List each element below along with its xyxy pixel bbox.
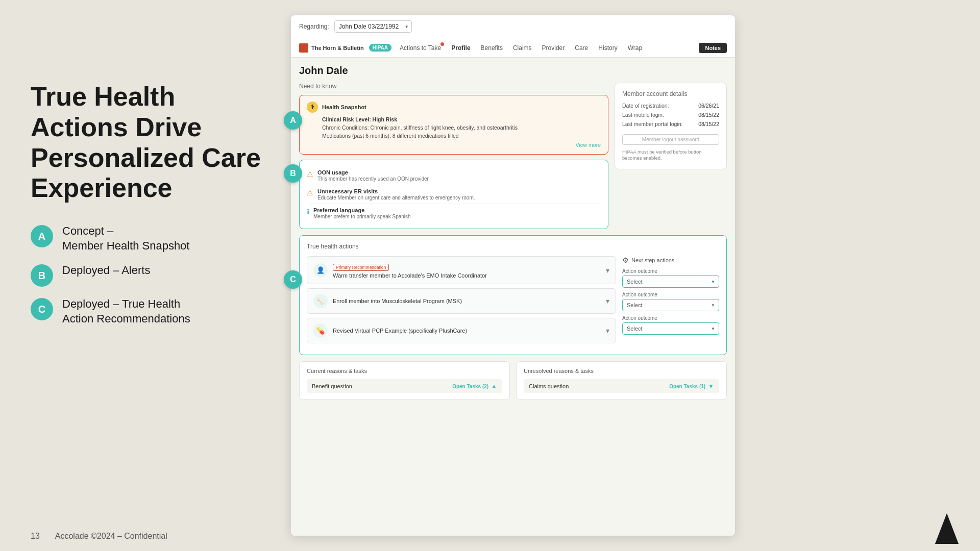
action-row-2: 🦴 Enroll member into Musculoskeletal Pro…: [307, 288, 616, 314]
primary-rec-badge: Primary Recommendation: [333, 264, 389, 271]
concept-text-c: Deployed – True HealthAction Recommendat…: [62, 297, 190, 326]
mobile-value: 08/15/22: [698, 112, 719, 118]
outcome-group-1: Action outcome Select: [622, 268, 719, 288]
mobile-label: Last mobile login:: [622, 112, 664, 118]
tha-actions: 👤 Primary Recommendation Warm transfer m…: [307, 256, 616, 347]
warning-icon-er: ⚠: [307, 189, 313, 197]
outcome-select-1[interactable]: Select: [622, 276, 719, 288]
alert-er-desc: Educate Member on urgent care and altern…: [317, 195, 475, 201]
task-row-benefit: Benefit question Open Tasks (2) ▲: [307, 379, 502, 393]
nav-actions-to-take[interactable]: Actions to Take: [395, 38, 446, 57]
warning-icon-oon: ⚠: [307, 170, 313, 178]
tha-sidebar: ⚙ Next step actions Action outcome Selec…: [622, 256, 719, 347]
task-claims-badge[interactable]: Open Tasks (1) ▼: [669, 383, 714, 390]
alert-oon-title: OON usage: [317, 169, 429, 176]
nav-care[interactable]: Care: [570, 38, 593, 57]
action-content-1: Primary Recommendation Warm transfer mem…: [333, 262, 601, 279]
view-more-link[interactable]: View more: [307, 142, 601, 148]
concept-item-a: A Concept –Member Health Snapshot: [31, 224, 276, 253]
actions-dot: [440, 42, 444, 46]
action-chevron-2[interactable]: ▾: [606, 297, 609, 305]
alert-er-content: Unnecessary ER visits Educate Member on …: [317, 188, 475, 201]
outcome-label-3: Action outcome: [622, 315, 719, 321]
main-content: John Dale Need to know ⚕ Health Snapshot…: [291, 58, 735, 536]
concept-list: A Concept –Member Health Snapshot B Depl…: [31, 224, 276, 326]
unresolved-tasks-card: Unresolved reasons & tasks Claims questi…: [516, 361, 727, 400]
annotation-badge-a: A: [284, 111, 302, 130]
nav-provider[interactable]: Provider: [537, 38, 570, 57]
task-claims-chevron[interactable]: ▼: [708, 383, 714, 390]
main-column: Need to know ⚕ Health Snapshot Clinical …: [299, 83, 608, 229]
current-tasks-card: Current reasons & tasks Benefit question…: [299, 361, 510, 400]
snapshot-title: Health Snapshot: [322, 104, 366, 110]
alert-lang: ℹ Preferred language Member prefers to p…: [307, 204, 601, 222]
action-title-3: Revised Virtual PCP Example (specificall…: [333, 328, 601, 334]
outcome-select-wrapper-3[interactable]: Select: [622, 322, 719, 335]
action-chevron-1[interactable]: ▾: [606, 266, 609, 274]
account-row-portal: Last member portal login: 08/15/22: [622, 121, 719, 127]
next-step-title: ⚙ Next step actions: [622, 256, 719, 264]
annotation-badge-c: C: [284, 270, 302, 289]
action-title-1: Warm transfer member to Accolade's EMO I…: [333, 272, 601, 279]
task-benefit-badge[interactable]: Open Tasks (2) ▲: [452, 383, 497, 390]
task-claims-label: Claims question: [529, 383, 569, 389]
hipaa-badge[interactable]: HIPAA: [369, 44, 391, 52]
top-bar: Regarding: John Dale 03/22/1992: [291, 15, 735, 38]
action-row-3: 💊 Revised Virtual PCP Example (specifica…: [307, 318, 616, 343]
concept-text-a: Concept –Member Health Snapshot: [62, 224, 189, 253]
outcome-group-2: Action outcome Select: [622, 292, 719, 311]
nav-claims[interactable]: Claims: [508, 38, 537, 57]
outcome-select-3[interactable]: Select: [622, 322, 719, 335]
member-select[interactable]: John Dale 03/22/1992: [334, 20, 412, 33]
nav-benefits[interactable]: Benefits: [476, 38, 508, 57]
svg-marker-0: [935, 513, 959, 544]
member-select-wrapper[interactable]: John Dale 03/22/1992: [334, 20, 412, 33]
member-name-heading: John Dale: [299, 65, 727, 77]
footer-text: Accolade ©2024 – Confidential: [55, 532, 167, 541]
member-logout-button: Member logout password: [622, 134, 719, 145]
reg-value: 06/26/21: [698, 103, 719, 109]
outcome-group-3: Action outcome Select: [622, 315, 719, 335]
notes-button[interactable]: Notes: [699, 43, 727, 53]
action-content-3: Revised Virtual PCP Example (specificall…: [333, 328, 601, 334]
concept-badge-b: B: [31, 264, 53, 287]
alert-lang-desc: Member prefers to primarily speak Spanis…: [313, 214, 411, 219]
side-column: Member account details Date of registrat…: [615, 83, 727, 229]
tha-inner: 👤 Primary Recommendation Warm transfer m…: [307, 256, 719, 347]
nav-history[interactable]: History: [593, 38, 622, 57]
outcome-select-wrapper-2[interactable]: Select: [622, 299, 719, 311]
alerts-card: ⚠ OON usage This member has recently use…: [299, 160, 608, 229]
next-step-icon: ⚙: [622, 256, 629, 264]
outcome-select-wrapper-1[interactable]: Select: [622, 276, 719, 288]
alert-lang-title: Preferred language: [313, 207, 411, 213]
regarding-label: Regarding:: [299, 23, 329, 30]
nav-logo: The Horn & Bulletin: [299, 43, 364, 53]
snapshot-icon: ⚕: [307, 102, 318, 113]
nav-logo-text: The Horn & Bulletin: [311, 45, 364, 51]
left-panel: True Health Actions Drive Personalized C…: [31, 82, 276, 327]
accolade-logo-icon: [934, 513, 960, 544]
slide-title: True Health Actions Drive Personalized C…: [31, 82, 276, 204]
nav-bar: The Horn & Bulletin HIPAA Actions to Tak…: [291, 38, 735, 58]
action-row-1: 👤 Primary Recommendation Warm transfer m…: [307, 256, 616, 284]
task-benefit-chevron[interactable]: ▲: [491, 383, 497, 390]
alert-er: ⚠ Unnecessary ER visits Educate Member o…: [307, 185, 601, 204]
current-tasks-title: Current reasons & tasks: [307, 368, 502, 374]
action-content-2: Enroll member into Musculoskeletal Progr…: [333, 298, 601, 304]
nav-profile[interactable]: Profile: [446, 38, 475, 57]
account-row-mobile: Last mobile login: 08/15/22: [622, 112, 719, 118]
hipaa-note: HIPAA must be verified before button bec…: [622, 149, 719, 162]
concept-item-c: C Deployed – True HealthAction Recommend…: [31, 297, 276, 326]
action-chevron-3[interactable]: ▾: [606, 327, 609, 335]
footer: 13 Accolade ©2024 – Confidential: [31, 532, 167, 541]
account-row-registration: Date of registration: 06/26/21: [622, 103, 719, 109]
nav-wrap[interactable]: Wrap: [623, 38, 647, 57]
portal-value: 08/15/22: [698, 121, 719, 127]
outcome-select-2[interactable]: Select: [622, 299, 719, 311]
annotation-badge-b: B: [284, 164, 302, 183]
alert-er-title: Unnecessary ER visits: [317, 188, 475, 194]
action-icon-1: 👤: [313, 263, 328, 278]
task-benefit-label: Benefit question: [312, 383, 352, 389]
need-to-know-label: Need to know: [299, 83, 608, 90]
info-icon-lang: ℹ: [307, 208, 309, 216]
